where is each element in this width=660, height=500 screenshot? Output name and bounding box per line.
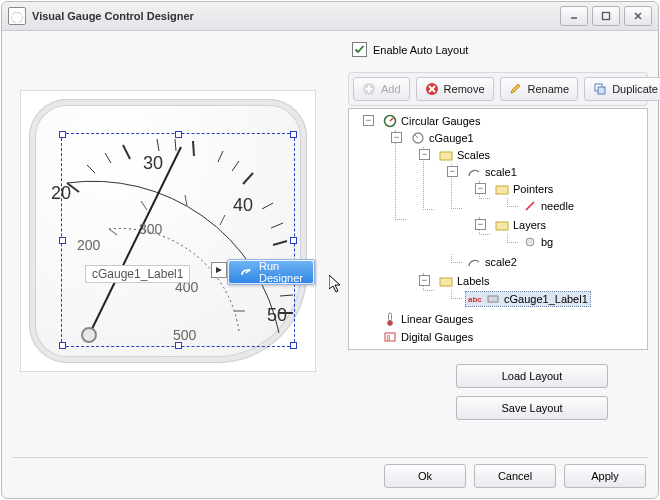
structure-tree[interactable]: − Circular Gauges − cGauge1 − Scales − s… <box>348 108 648 350</box>
expander-icon[interactable]: − <box>363 115 374 126</box>
thermometer-icon <box>383 312 397 326</box>
svg-line-18 <box>526 202 534 210</box>
arc-icon <box>467 165 481 179</box>
svg-text:8: 8 <box>387 334 391 341</box>
svg-rect-17 <box>496 186 508 194</box>
plus-icon <box>362 82 376 96</box>
svg-rect-19 <box>496 222 508 230</box>
svg-rect-16 <box>440 152 452 160</box>
minimize-button[interactable] <box>560 6 588 26</box>
tree-node-scale2[interactable]: scale2 <box>465 255 519 269</box>
tree-node-digital-gauges[interactable]: 8Digital Gauges <box>381 330 475 344</box>
window-title: Visual Gauge Control Designer <box>32 10 194 22</box>
tree-node-cgauge1[interactable]: cGauge1 <box>409 131 476 145</box>
ok-button[interactable]: Ok <box>384 464 466 488</box>
add-button[interactable]: Add <box>353 77 410 101</box>
svg-line-15 <box>415 135 418 138</box>
tree-node-bg[interactable]: bg <box>521 235 555 249</box>
separator <box>12 457 648 458</box>
gauge-small-icon <box>411 131 425 145</box>
auto-layout-row: Enable Auto Layout <box>352 42 468 57</box>
rename-button[interactable]: Rename <box>500 77 579 101</box>
svg-text:abc: abc <box>468 295 482 304</box>
tree-node-linear-gauges[interactable]: Linear Gauges <box>381 312 475 326</box>
run-designer-item[interactable]: Run Designer <box>229 261 313 283</box>
svg-marker-54 <box>329 275 340 292</box>
svg-line-13 <box>390 118 393 121</box>
cursor-icon <box>329 275 343 295</box>
digital-icon: 8 <box>383 330 397 344</box>
designer-icon <box>239 265 253 279</box>
folder-icon <box>439 274 453 288</box>
circle-icon <box>523 235 537 249</box>
pencil-icon <box>509 82 523 96</box>
expander-icon[interactable]: − <box>419 275 430 286</box>
abc-icon: abc <box>468 292 482 306</box>
apply-button[interactable]: Apply <box>564 464 646 488</box>
gauge-icon <box>383 114 397 128</box>
svg-rect-1 <box>603 13 610 20</box>
svg-rect-23 <box>488 296 498 302</box>
tree-node-cgauge1-label1[interactable]: abccGauge1_Label1 <box>465 291 591 307</box>
designer-window: Visual Gauge Control Designer Enable Aut… <box>1 1 659 499</box>
needle-icon <box>523 199 537 213</box>
titlebar: Visual Gauge Control Designer <box>2 2 658 31</box>
folder-icon <box>495 182 509 196</box>
svg-rect-24 <box>389 313 392 321</box>
tree-node-scales[interactable]: Scales <box>437 148 492 162</box>
arc-icon <box>467 255 481 269</box>
toolbar: Add Remove Rename Duplicate <box>348 72 648 106</box>
close-button[interactable] <box>624 6 652 26</box>
svg-marker-52 <box>216 267 222 273</box>
svg-point-25 <box>388 321 393 326</box>
label-icon <box>486 292 500 306</box>
expander-icon[interactable]: − <box>475 219 486 230</box>
tree-node-scale1[interactable]: scale1 <box>465 165 519 179</box>
remove-button[interactable]: Remove <box>416 77 494 101</box>
app-icon <box>8 7 26 25</box>
smart-tag-menu: Run Designer <box>227 259 315 285</box>
duplicate-icon <box>593 82 607 96</box>
expander-icon[interactable]: − <box>447 166 458 177</box>
auto-layout-checkbox[interactable] <box>352 42 367 57</box>
svg-point-20 <box>526 238 534 246</box>
load-layout-button[interactable]: Load Layout <box>456 364 608 388</box>
cancel-button[interactable]: Cancel <box>474 464 556 488</box>
expander-icon[interactable]: − <box>391 132 402 143</box>
tree-node-circular-gauges[interactable]: Circular Gauges <box>381 114 482 128</box>
remove-icon <box>425 82 439 96</box>
expander-icon[interactable]: − <box>475 183 486 194</box>
selection-box[interactable] <box>61 133 295 347</box>
tree-node-needle[interactable]: needle <box>521 199 576 213</box>
auto-layout-label: Enable Auto Layout <box>373 44 468 56</box>
tree-node-labels[interactable]: Labels <box>437 274 491 288</box>
svg-rect-11 <box>598 87 605 94</box>
tree-node-layers[interactable]: Layers <box>493 218 548 232</box>
save-layout-button[interactable]: Save Layout <box>456 396 608 420</box>
smart-tag-button[interactable] <box>211 262 227 278</box>
tree-node-pointers[interactable]: Pointers <box>493 182 555 196</box>
expander-icon[interactable]: − <box>419 149 430 160</box>
folder-icon <box>495 218 509 232</box>
folder-icon <box>439 148 453 162</box>
maximize-button[interactable] <box>592 6 620 26</box>
duplicate-button[interactable]: Duplicate <box>584 77 660 101</box>
gauge-preview[interactable]: 20 30 40 50 200 300 400 500 cGauge1_Labe… <box>20 90 316 372</box>
gauge-label[interactable]: cGauge1_Label1 <box>85 265 190 283</box>
svg-rect-21 <box>440 278 452 286</box>
